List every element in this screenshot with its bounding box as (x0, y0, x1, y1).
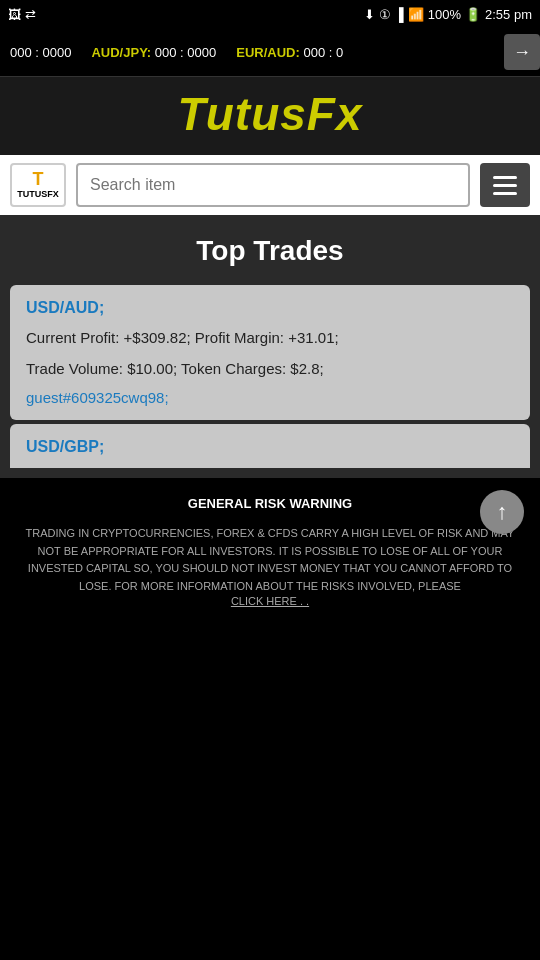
nav-logo: T TUTUSFX (10, 163, 66, 207)
ticker-value-audjpy: 000 : 0000 (155, 45, 216, 60)
ticker-label-euraud: EUR/AUD: (236, 45, 300, 60)
sim-icon: ① (379, 7, 391, 22)
ticker-item-audjpy: AUD/JPY: 000 : 0000 (81, 45, 226, 60)
footer: GENERAL RISK WARNING ↑ TRADING IN CRYPTO… (0, 478, 540, 627)
trade-card-2: USD/GBP; (10, 424, 530, 468)
trade-volume-1: Trade Volume: $10.00; Token Charges: $2.… (26, 358, 514, 379)
signal2-icon: 📶 (408, 7, 424, 22)
footer-warning-text: TRADING IN CRYPTOCURRENCIES, FOREX & CFD… (16, 525, 524, 595)
share-icon: ⇄ (25, 7, 36, 22)
battery-level: 100% (428, 7, 461, 22)
ticker-item-1: 000 : 0000 (0, 45, 81, 60)
logo-text: TUTUSFX (17, 190, 59, 200)
signal-bars-icon: ▐ (395, 7, 404, 22)
ticker-label-audjpy: AUD/JPY: (91, 45, 151, 60)
footer-click-here-link[interactable]: CLICK HERE . . (16, 595, 524, 607)
image-icon: 🖼 (8, 7, 21, 22)
trade-card-1: USD/AUD; Current Profit: +$309.82; Profi… (10, 285, 530, 420)
download-icon: ⬇ (364, 7, 375, 22)
search-input[interactable] (76, 163, 470, 207)
trade-user-1: guest#609325cwq98; (26, 389, 514, 406)
trade-profit-1: Current Profit: +$309.82; Profit Margin:… (26, 327, 514, 348)
ticker-item-euraud: EUR/AUD: 000 : 0 (226, 45, 353, 60)
footer-warning-title: GENERAL RISK WARNING (16, 496, 524, 511)
ticker-arrow-button[interactable]: → (504, 34, 540, 70)
scroll-top-button[interactable]: ↑ (480, 490, 524, 534)
ticker-arrow-icon: → (513, 42, 531, 63)
trade-pair-1: USD/AUD; (26, 299, 514, 317)
ticker-value-euraud: 000 : 0 (303, 45, 343, 60)
brand-title: TutusFx (0, 87, 540, 141)
logo-letter: T (17, 170, 59, 190)
clock: 2:55 pm (485, 7, 532, 22)
trade-pair-2: USD/GBP; (26, 438, 514, 456)
menu-button[interactable] (480, 163, 530, 207)
scroll-top-icon: ↑ (497, 499, 508, 525)
battery-icon: 🔋 (465, 7, 481, 22)
ticker-bar: 000 : 0000 AUD/JPY: 000 : 0000 EUR/AUD: … (0, 28, 540, 77)
section-title: Top Trades (0, 215, 540, 285)
brand-header: TutusFx (0, 77, 540, 155)
nav-bar: T TUTUSFX (0, 155, 540, 215)
hamburger-icon (493, 176, 517, 195)
main-content: Top Trades USD/AUD; Current Profit: +$30… (0, 215, 540, 478)
status-bar: 🖼 ⇄ ⬇ ① ▐ 📶 100% 🔋 2:55 pm (0, 0, 540, 28)
ticker-value-1: 000 : 0000 (10, 45, 71, 60)
